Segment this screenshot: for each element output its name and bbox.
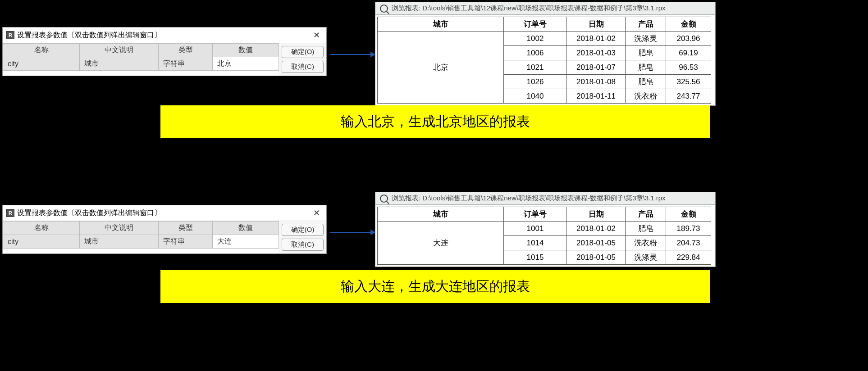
cell-order: 1006 [504,46,567,60]
cell-amount: 325.56 [666,75,711,89]
th-product: 产品 [626,17,666,32]
report-table: 城市 订单号 日期 产品 金额 北京 1002 2018-01-02 洗涤灵 2… [377,17,711,104]
report-preview-beijing: 浏览报表: D:\tools\销售工具箱\12课程new\职场报表\职场报表课程… [375,2,716,106]
close-icon[interactable]: ✕ [311,208,323,218]
cell-order: 1001 [504,222,567,236]
cell-date: 2018-01-05 [567,250,626,265]
cell-amount: 69.19 [666,46,711,60]
th-amount: 金额 [666,17,711,32]
th-order: 订单号 [504,207,567,222]
param-row: city 城市 字符串 大连 [3,235,279,249]
cell-date: 2018-01-02 [567,32,626,46]
cell-amount: 96.53 [666,60,711,75]
arrow-icon [330,232,375,233]
caption-dalian: 输入大连，生成大连地区的报表 [160,270,710,303]
cell-order: 1026 [504,75,567,89]
col-value-header: 数值 [213,222,279,235]
param-name: city [3,235,80,249]
ok-button[interactable]: 确定(O) [282,46,324,58]
caption-beijing: 输入北京，生成北京地区的报表 [160,105,710,138]
cell-city: 北京 [378,32,504,104]
table-row: 北京 1002 2018-01-02 洗涤灵 203.96 [378,32,711,46]
param-grid: 名称 中文说明 类型 数值 city 城市 字符串 北京 [3,43,279,76]
th-date: 日期 [567,207,626,222]
cell-order: 1002 [504,32,567,46]
cell-product: 洗涤灵 [626,250,666,265]
report-preview-dalian: 浏览报表: D:\tools\销售工具箱\12课程new\职场报表\职场报表课程… [375,192,716,267]
cell-amount: 204.73 [666,236,711,250]
cell-date: 2018-01-08 [567,75,626,89]
th-amount: 金额 [666,207,711,222]
param-value-input[interactable]: 大连 [213,235,279,249]
cell-product: 洗衣粉 [626,89,666,104]
cell-order: 1014 [504,236,567,250]
th-city: 城市 [378,207,504,222]
app-icon: R [6,209,14,217]
cancel-button[interactable]: 取消(C) [282,61,324,73]
th-product: 产品 [626,207,666,222]
param-dialog-beijing: R 设置报表参数值〔双击数值列弹出编辑窗口〕 ✕ 名称 中文说明 类型 数值 c… [2,27,327,76]
cell-product: 洗衣粉 [626,236,666,250]
cell-product: 肥皂 [626,75,666,89]
col-name-header: 名称 [3,222,80,235]
dialog-titlebar: R 设置报表参数值〔双击数值列弹出编辑窗口〕 ✕ [3,27,326,43]
ok-button[interactable]: 确定(O) [282,224,324,236]
cell-city: 大连 [378,222,504,265]
th-city: 城市 [378,17,504,32]
report-titlebar: 浏览报表: D:\tools\销售工具箱\12课程new\职场报表\职场报表课程… [375,2,715,15]
close-icon[interactable]: ✕ [311,30,323,40]
cell-order: 1021 [504,60,567,75]
cell-amount: 229.84 [666,250,711,265]
dialog-title: 设置报表参数值〔双击数值列弹出编辑窗口〕 [17,31,161,40]
param-type: 字符串 [159,57,213,71]
col-type-header: 类型 [159,44,213,57]
col-type-header: 类型 [159,222,213,235]
th-date: 日期 [567,17,626,32]
cell-amount: 189.73 [666,222,711,236]
param-row: city 城市 字符串 北京 [3,57,279,71]
table-row: 大连 1001 2018-01-02 肥皂 189.73 [378,222,711,236]
cell-order: 1040 [504,89,567,104]
cell-order: 1015 [504,250,567,265]
cell-date: 2018-01-05 [567,236,626,250]
param-desc: 城市 [80,235,159,249]
param-name: city [3,57,80,71]
cell-date: 2018-01-03 [567,46,626,60]
arrow-icon [330,54,375,55]
param-desc: 城市 [80,57,159,71]
cancel-button[interactable]: 取消(C) [282,239,324,251]
preview-icon [380,5,388,13]
param-value-input[interactable]: 北京 [213,57,279,71]
preview-icon [380,195,388,203]
report-title-text: 浏览报表: D:\tools\销售工具箱\12课程new\职场报表\职场报表课程… [392,4,666,13]
report-table: 城市 订单号 日期 产品 金额 大连 1001 2018-01-02 肥皂 18… [377,207,711,265]
cell-product: 洗涤灵 [626,32,666,46]
cell-product: 肥皂 [626,60,666,75]
cell-date: 2018-01-02 [567,222,626,236]
param-dialog-dalian: R 设置报表参数值〔双击数值列弹出编辑窗口〕 ✕ 名称 中文说明 类型 数值 c… [2,205,327,254]
dialog-titlebar: R 设置报表参数值〔双击数值列弹出编辑窗口〕 ✕ [3,205,326,221]
param-type: 字符串 [159,235,213,249]
dialog-title: 设置报表参数值〔双击数值列弹出编辑窗口〕 [17,208,161,218]
report-title-text: 浏览报表: D:\tools\销售工具箱\12课程new\职场报表\职场报表课程… [392,194,666,203]
report-titlebar: 浏览报表: D:\tools\销售工具箱\12课程new\职场报表\职场报表课程… [375,192,715,205]
cell-product: 肥皂 [626,46,666,60]
cell-amount: 243.77 [666,89,711,104]
cell-date: 2018-01-11 [567,89,626,104]
col-desc-header: 中文说明 [80,44,159,57]
cell-date: 2018-01-07 [567,60,626,75]
cell-amount: 203.96 [666,32,711,46]
param-grid: 名称 中文说明 类型 数值 city 城市 字符串 大连 [3,221,279,253]
th-order: 订单号 [504,17,567,32]
col-desc-header: 中文说明 [80,222,159,235]
cell-product: 肥皂 [626,222,666,236]
app-icon: R [6,31,14,39]
col-name-header: 名称 [3,44,80,57]
col-value-header: 数值 [213,44,279,57]
